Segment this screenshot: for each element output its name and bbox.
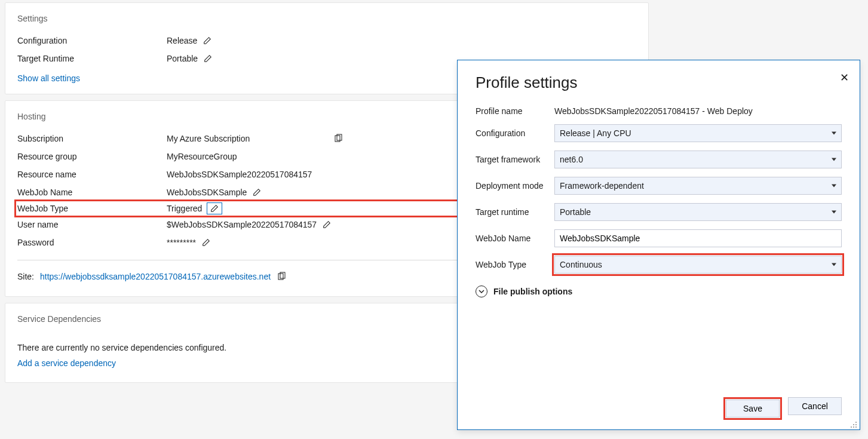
- webjob-type-highlight: Continuous: [552, 253, 844, 276]
- password-label: Password: [17, 238, 167, 247]
- target-runtime-row: Target runtime Portable: [476, 203, 842, 221]
- webjob-type-label: WebJob Type: [17, 204, 167, 213]
- save-button[interactable]: Save: [726, 400, 780, 417]
- target-runtime-dropdown[interactable]: Portable: [554, 203, 842, 221]
- dialog-footer: Save Cancel: [476, 391, 842, 420]
- copy-icon[interactable]: [277, 272, 286, 281]
- copy-icon[interactable]: [333, 134, 343, 143]
- target-runtime-label: Target Runtime: [17, 54, 167, 63]
- subscription-value: My Azure Subscription: [167, 134, 250, 143]
- profile-name-label: Profile name: [476, 106, 554, 116]
- configuration-label: Configuration: [476, 128, 554, 138]
- show-all-settings-link[interactable]: Show all settings: [17, 73, 80, 83]
- site-label: Site:: [17, 272, 34, 281]
- resize-grip-icon[interactable]: [850, 420, 857, 428]
- add-dependency-link[interactable]: Add a service dependency: [17, 358, 116, 368]
- configuration-value: Release | Any CPU: [560, 128, 631, 138]
- edit-icon[interactable]: [253, 188, 261, 197]
- chevron-down-icon: [832, 132, 836, 135]
- save-button-highlight: Save: [723, 397, 782, 420]
- target-framework-dropdown[interactable]: net6.0: [554, 151, 842, 168]
- deployment-mode-row: Deployment mode Framework-dependent: [476, 177, 842, 195]
- edit-icon[interactable]: [210, 204, 219, 213]
- svg-point-4: [855, 422, 857, 423]
- profile-name-value: WebJobsSDKSample20220517084157 - Web Dep…: [554, 106, 753, 116]
- username-label: User name: [17, 220, 167, 229]
- configuration-label: Configuration: [17, 36, 167, 45]
- webjob-type-value: Continuous: [560, 260, 602, 269]
- webjob-type-value: Triggered: [167, 204, 202, 213]
- edit-icon[interactable]: [323, 220, 331, 229]
- deployment-mode-value: Framework-dependent: [560, 181, 644, 191]
- svg-point-9: [851, 426, 852, 428]
- dialog-title: Profile settings: [476, 73, 842, 92]
- configuration-row: Configuration Release | Any CPU: [476, 124, 842, 142]
- settings-title: Settings: [17, 14, 636, 23]
- webjob-name-label: WebJob Name: [17, 188, 167, 197]
- target-framework-value: net6.0: [560, 155, 583, 164]
- target-runtime-label: Target runtime: [476, 207, 554, 217]
- profile-settings-dialog: ✕ Profile settings Profile name WebJobsS…: [457, 60, 860, 430]
- resource-name-label: Resource name: [17, 170, 167, 179]
- svg-point-6: [853, 424, 854, 425]
- resource-name-value: WebJobsSDKSample20220517084157: [167, 170, 312, 179]
- target-runtime-value: Portable: [167, 54, 198, 63]
- chevron-down-icon: [832, 211, 836, 214]
- webjob-type-row: WebJob Type Continuous: [476, 256, 842, 274]
- profile-name-row: Profile name WebJobsSDKSample20220517084…: [476, 106, 842, 116]
- subscription-label: Subscription: [17, 134, 167, 143]
- configuration-dropdown[interactable]: Release | Any CPU: [554, 124, 842, 142]
- webjob-name-value: WebJobsSDKSample: [167, 188, 247, 197]
- deployment-mode-dropdown[interactable]: Framework-dependent: [554, 177, 842, 195]
- resource-group-value: MyResourceGroup: [167, 152, 237, 161]
- webjob-type-dropdown[interactable]: Continuous: [554, 256, 842, 274]
- webjob-name-row: WebJob Name: [476, 229, 842, 247]
- target-framework-label: Target framework: [476, 155, 554, 164]
- close-icon[interactable]: ✕: [840, 71, 849, 84]
- configuration-value: Release: [167, 36, 197, 45]
- file-publish-options-expander[interactable]: File publish options: [476, 285, 842, 297]
- webjob-type-label: WebJob Type: [476, 260, 554, 269]
- webjob-name-input[interactable]: [554, 229, 842, 247]
- chevron-down-icon: [832, 185, 836, 188]
- chevron-down-icon: [832, 263, 836, 266]
- deployment-mode-label: Deployment mode: [476, 181, 554, 191]
- svg-point-7: [855, 426, 857, 428]
- webjob-name-label: WebJob Name: [476, 234, 554, 243]
- edit-icon[interactable]: [202, 238, 210, 247]
- password-value: *********: [167, 238, 196, 247]
- edit-icon[interactable]: [204, 54, 212, 63]
- cancel-button[interactable]: Cancel: [788, 397, 842, 415]
- setting-configuration-row: Configuration Release: [17, 32, 636, 50]
- edit-icon[interactable]: [203, 36, 211, 45]
- resource-group-label: Resource group: [17, 152, 167, 161]
- site-url-link[interactable]: https://webjobssdksample20220517084157.a…: [40, 272, 271, 281]
- target-framework-row: Target framework net6.0: [476, 151, 842, 168]
- svg-point-5: [855, 424, 857, 425]
- chevron-down-circle-icon: [476, 285, 487, 297]
- svg-point-8: [853, 426, 854, 428]
- username-value: $WebJobsSDKSample20220517084157: [167, 220, 317, 229]
- chevron-down-icon: [832, 158, 836, 161]
- file-publish-options-label: File publish options: [493, 287, 572, 296]
- target-runtime-value: Portable: [560, 207, 591, 217]
